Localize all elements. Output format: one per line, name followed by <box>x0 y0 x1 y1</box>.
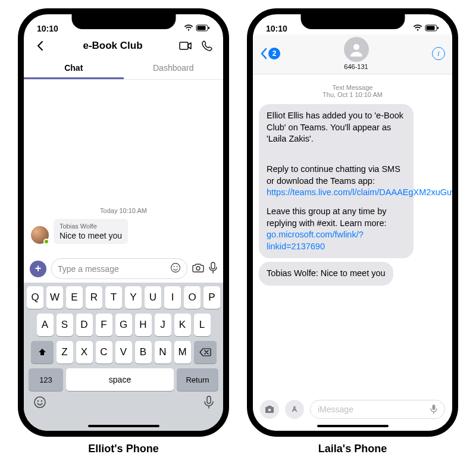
key-f[interactable]: F <box>96 314 112 336</box>
camera-icon[interactable] <box>192 262 204 275</box>
emoji-keyboard-icon[interactable] <box>33 396 46 412</box>
key-z[interactable]: Z <box>57 341 73 364</box>
key-m[interactable]: M <box>174 341 191 364</box>
learn-more-link[interactable]: go.microsoft.com/fwlink/?linkid=2137690 <box>267 230 364 251</box>
key-p[interactable]: P <box>203 286 220 309</box>
dictation-icon[interactable] <box>427 402 441 416</box>
key-u[interactable]: U <box>145 286 161 309</box>
phone-caption-left: Elliot's Phone <box>18 443 229 455</box>
contact-number[interactable]: 646-131 <box>285 63 427 70</box>
keyboard-row-3: ZXCVBNM <box>26 341 221 364</box>
message-sender: Tobias Wolfe <box>60 223 122 230</box>
key-s[interactable]: S <box>57 314 73 336</box>
svg-point-4 <box>171 264 180 273</box>
key-d[interactable]: D <box>76 314 93 336</box>
key-b[interactable]: B <box>135 341 152 364</box>
phone-caption-right: Laila's Phone <box>247 443 458 455</box>
add-attachment-button[interactable]: + <box>30 261 46 277</box>
contact-avatar[interactable] <box>344 37 369 62</box>
presence-indicator <box>43 239 49 245</box>
imessage-header: 2 646-131 i <box>253 35 452 74</box>
laila-phone: 10:10 2 <box>247 8 458 437</box>
thread-timestamp: Text Message Thu, Oct 1 10:10 AM <box>259 84 446 98</box>
emoji-icon[interactable] <box>170 262 181 275</box>
dictation-icon[interactable] <box>204 396 214 412</box>
microphone-icon[interactable] <box>209 262 217 276</box>
video-call-icon[interactable] <box>178 38 193 54</box>
messages-body: Text Message Thu, Oct 1 10:10 AM Elliot … <box>253 74 452 395</box>
tabs: Chat Dashboard <box>24 57 223 80</box>
numeric-key[interactable]: 123 <box>29 368 63 391</box>
tab-dashboard[interactable]: Dashboard <box>124 57 224 79</box>
elliot-phone: 10:10 e-Book Club <box>18 8 229 437</box>
teams-header: e-Book Club <box>24 35 223 57</box>
keyboard-row-2: ASDFGHJKL <box>26 314 221 336</box>
sms-bubble-1: Elliot Ellis has added you to 'e-Book Cl… <box>259 104 414 258</box>
return-key[interactable]: Return <box>177 368 218 391</box>
svg-point-6 <box>177 266 178 267</box>
camera-button[interactable] <box>260 400 279 419</box>
svg-rect-18 <box>433 405 436 410</box>
sms-paragraph-2a: Reply to continue chatting via SMS or do… <box>267 164 400 186</box>
svg-rect-12 <box>207 396 211 403</box>
appstore-button[interactable] <box>285 400 304 419</box>
key-k[interactable]: K <box>174 314 191 336</box>
space-key[interactable]: space <box>66 368 174 391</box>
key-g[interactable]: G <box>115 314 132 336</box>
key-n[interactable]: N <box>155 341 171 364</box>
message-row: Tobias Wolfe Nice to meet you <box>31 219 216 244</box>
status-time: 10:10 <box>266 24 287 33</box>
key-t[interactable]: T <box>105 286 122 309</box>
shift-key[interactable] <box>31 341 54 364</box>
svg-point-10 <box>37 400 39 402</box>
battery-icon <box>196 24 210 33</box>
key-v[interactable]: V <box>115 341 132 364</box>
info-button[interactable]: i <box>432 47 445 60</box>
key-r[interactable]: R <box>86 286 102 309</box>
key-c[interactable]: C <box>96 341 112 364</box>
key-j[interactable]: J <box>155 314 171 336</box>
svg-rect-2 <box>208 27 209 29</box>
sms-bubble-2: Tobias Wolfe: Nice to meet you <box>259 262 393 286</box>
key-l[interactable]: L <box>194 314 211 336</box>
key-y[interactable]: Y <box>125 286 142 309</box>
back-icon[interactable] <box>32 38 48 54</box>
home-indicator[interactable] <box>88 425 159 427</box>
svg-point-16 <box>353 44 359 50</box>
notch <box>71 14 176 29</box>
home-indicator[interactable] <box>317 425 389 427</box>
keyboard[interactable]: QWERTYUIOP ASDFGHJKL ZXCVBNM 123 space R… <box>24 283 223 431</box>
key-h[interactable]: H <box>135 314 152 336</box>
wifi-icon <box>413 24 422 33</box>
svg-rect-15 <box>437 27 439 29</box>
key-w[interactable]: W <box>46 286 63 309</box>
message-bubble: Tobias Wolfe Nice to meet you <box>54 219 128 244</box>
key-q[interactable]: Q <box>27 286 43 309</box>
svg-rect-14 <box>427 26 435 30</box>
composer: + Type a message <box>24 255 223 283</box>
key-a[interactable]: A <box>37 314 54 336</box>
message-input-placeholder: Type a message <box>58 264 119 274</box>
tab-chat[interactable]: Chat <box>24 57 124 79</box>
audio-call-icon[interactable] <box>199 38 215 54</box>
teams-claim-link[interactable]: https://teams.live.com/l/claim/DAAAEgXM2… <box>267 187 452 197</box>
svg-point-9 <box>35 397 45 408</box>
key-i[interactable]: I <box>164 286 181 309</box>
message-text: Nice to meet you <box>60 231 122 240</box>
svg-point-7 <box>196 267 200 270</box>
stamp-label: Text Message <box>259 84 446 91</box>
svg-rect-1 <box>198 26 206 30</box>
key-x[interactable]: X <box>76 341 93 364</box>
back-button[interactable]: 2 <box>260 48 280 60</box>
wifi-icon <box>184 24 193 33</box>
svg-point-11 <box>41 400 42 402</box>
avatar[interactable] <box>31 226 49 244</box>
battery-icon <box>425 24 439 33</box>
message-input[interactable]: Type a message <box>51 258 187 279</box>
key-e[interactable]: E <box>66 286 83 309</box>
key-o[interactable]: O <box>184 286 201 309</box>
backspace-key[interactable] <box>194 341 217 364</box>
svg-point-5 <box>174 266 175 267</box>
imessage-input[interactable]: iMessage <box>310 400 445 419</box>
chat-title: e-Book Club <box>54 40 172 52</box>
